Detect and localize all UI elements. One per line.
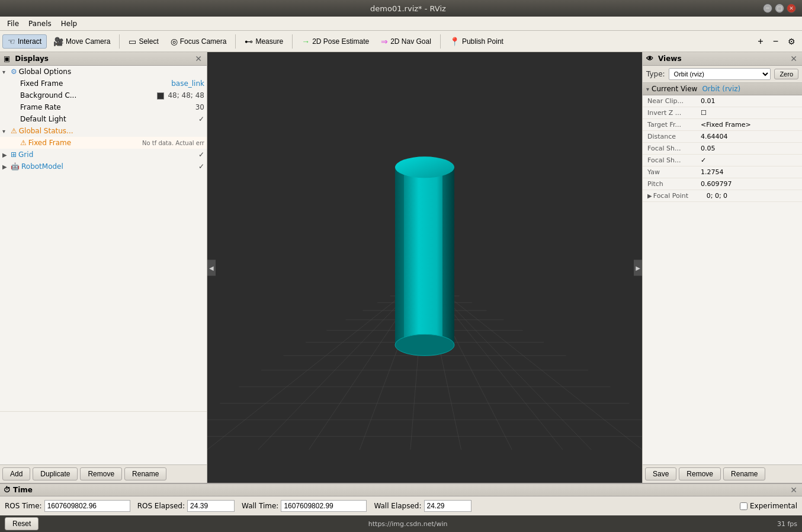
near-clip-row[interactable]: Near Clip... 0.01 (643, 95, 802, 107)
background-color-value: 48; 48; 48 (157, 91, 204, 100)
interact-button[interactable]: ☜ Interact (2, 34, 47, 49)
default-light-row[interactable]: Default Light ✓ (0, 113, 207, 125)
add-button[interactable]: Add (2, 467, 30, 480)
2d-nav-button[interactable]: ⇒ 2D Nav Goal (376, 34, 437, 49)
displays-extra-space (0, 411, 207, 464)
views-rename-button[interactable]: Rename (723, 467, 765, 480)
window-title: demo01.rviz* - RViz (53, 4, 763, 13)
invert-z-row[interactable]: Invert Z ... ☐ (643, 107, 802, 119)
views-panel-icon: 👁 (646, 55, 653, 63)
move-camera-icon: 🎥 (53, 37, 63, 46)
viewport-collapse-left[interactable]: ◀ (207, 259, 216, 275)
focal-sh1-row[interactable]: Focal Sh... 0.05 (643, 143, 802, 155)
focal-point-value: 0; 0; 0 (707, 192, 797, 200)
remove-button[interactable]: Remove (80, 467, 122, 480)
ros-elapsed-input[interactable] (187, 500, 235, 512)
ros-time-field: ROS Time: (5, 500, 130, 512)
nav-icon: ⇒ (381, 37, 388, 46)
toolbar-sep-3 (292, 34, 293, 49)
cylinder-svg (392, 149, 457, 363)
fixed-frame-value: base_link (171, 79, 204, 88)
2d-pose-label: 2D Pose Estimate (312, 37, 369, 46)
2d-pose-button[interactable]: → 2D Pose Estimate (296, 34, 374, 49)
robot-model-checkbox[interactable]: ✓ (198, 162, 204, 171)
3d-viewport[interactable]: ◀ ▶ (207, 52, 642, 483)
wall-time-input[interactable] (281, 500, 367, 512)
duplicate-button[interactable]: Duplicate (33, 467, 78, 480)
maximize-button[interactable]: □ (775, 4, 784, 13)
focal-sh1-label: Focal Sh... (647, 145, 701, 152)
gs-fixed-frame-row[interactable]: ⚠ Fixed Frame No tf data. Actual err (0, 137, 207, 149)
time-close-button[interactable]: ✕ (789, 485, 798, 495)
viewport-collapse-right[interactable]: ▶ (634, 259, 642, 275)
ros-elapsed-field: ROS Elapsed: (137, 500, 235, 512)
global-status-row[interactable]: ▾ ⚠ Global Status... (0, 125, 207, 137)
experimental-label: Experimental (740, 502, 797, 510)
publish-point-button[interactable]: 📍 Publish Point (444, 34, 509, 49)
grid-arrow: ▶ (2, 152, 11, 158)
frame-rate-row[interactable]: Frame Rate 30 (0, 101, 207, 113)
views-header: 👁 Views ✕ (643, 52, 802, 66)
global-options-row[interactable]: ▾ ⚙ Global Options (0, 66, 207, 78)
menu-file[interactable]: File (2, 18, 24, 29)
yaw-row[interactable]: Yaw 1.2754 (643, 166, 802, 178)
views-type-row: Type: Orbit (rviz) Zero (643, 66, 802, 83)
time-panel: ⏱ Time ✕ ROS Time: ROS Elapsed: Wall Tim… (0, 483, 802, 515)
robot-model-label: RobotModel (21, 162, 196, 171)
target-frame-row[interactable]: Target Fr... <Fixed Frame> (643, 119, 802, 131)
default-light-label: Default Light (20, 115, 196, 123)
robot-model-row[interactable]: ▶ 🤖 RobotModel ✓ (0, 161, 207, 172)
select-button[interactable]: ▭ Select (123, 34, 163, 49)
experimental-checkbox[interactable] (740, 502, 748, 510)
background-color-row[interactable]: Background C... 48; 48; 48 (0, 89, 207, 101)
interact-label: Interact (18, 37, 41, 46)
menu-help[interactable]: Help (56, 18, 82, 29)
gs-ff-icon: ⚠ (20, 139, 27, 147)
views-tree: Near Clip... 0.01 Invert Z ... ☐ Target … (643, 95, 802, 464)
measure-button[interactable]: ⊷ Measure (239, 34, 288, 49)
displays-close-button[interactable]: ✕ (194, 54, 203, 63)
select-label: Select (139, 37, 158, 46)
views-zero-button[interactable]: Zero (774, 69, 798, 79)
displays-panel-icon: ▣ (4, 55, 10, 63)
close-button[interactable]: ✕ (787, 4, 796, 13)
views-close-button[interactable]: ✕ (789, 54, 798, 63)
toolbar-sep-4 (440, 34, 441, 49)
publish-icon: 📍 (450, 37, 460, 46)
ros-time-input[interactable] (44, 500, 130, 512)
time-title: Time (13, 486, 33, 494)
focal-sh1-value: 0.05 (701, 145, 797, 152)
move-camera-button[interactable]: 🎥 Move Camera (48, 34, 116, 49)
toolbar-sep-1 (119, 34, 120, 49)
current-view-header: ▾ Current View Orbit (rviz) (643, 83, 802, 95)
wall-elapsed-input[interactable] (424, 500, 471, 512)
grid-checkbox[interactable]: ✓ (198, 150, 204, 159)
url-display: https://img.csdn.net/win (368, 520, 448, 528)
menu-panels[interactable]: Panels (24, 18, 56, 29)
views-type-label: Type: (646, 70, 665, 78)
reset-button[interactable]: Reset (5, 517, 39, 530)
time-header: ⏱ Time ✕ (0, 484, 802, 496)
settings-button[interactable]: ⚙ (784, 36, 800, 47)
gs-fixed-frame-value: No tf data. Actual err (142, 140, 204, 146)
rename-button[interactable]: Rename (124, 467, 166, 480)
background-color-label: Background C... (20, 91, 155, 100)
publish-point-label: Publish Point (462, 37, 503, 46)
focal-sh2-row[interactable]: Focal Sh... ✓ (643, 155, 802, 166)
ros-time-label: ROS Time: (5, 502, 42, 510)
views-type-select[interactable]: Orbit (rviz) (669, 68, 771, 80)
focus-camera-button[interactable]: ◎ Focus Camera (165, 34, 232, 49)
menubar: File Panels Help (0, 17, 802, 31)
yaw-label: Yaw (647, 168, 701, 176)
remove-display-button[interactable]: − (769, 36, 782, 47)
distance-row[interactable]: Distance 4.64404 (643, 131, 802, 143)
3d-cylinder (392, 149, 457, 364)
add-display-button[interactable]: + (753, 36, 767, 47)
fixed-frame-row[interactable]: Fixed Frame base_link (0, 78, 207, 89)
minimize-button[interactable]: ─ (763, 4, 772, 13)
pitch-row[interactable]: Pitch 0.609797 (643, 178, 802, 190)
grid-row[interactable]: ▶ ⊞ Grid ✓ (0, 149, 207, 161)
views-remove-button[interactable]: Remove (679, 467, 721, 480)
views-save-button[interactable]: Save (645, 467, 676, 480)
focal-point-row[interactable]: ▶ Focal Point 0; 0; 0 (643, 190, 802, 202)
